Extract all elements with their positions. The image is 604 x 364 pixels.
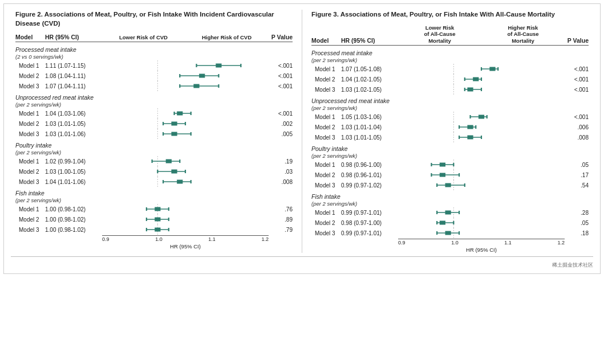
section-sublabel-1: (per 2 servings/wk) [15, 101, 293, 108]
cell-model: Model 3 [15, 227, 45, 233]
cell-plot [102, 204, 269, 214]
cell-plot [102, 108, 269, 118]
table-row: Model 21.04 (1.02-1.05)<.001 [311, 74, 589, 84]
cell-pval: .18 [565, 230, 589, 236]
cell-plot [398, 64, 565, 74]
forest-plot-svg [102, 204, 269, 214]
point-estimate [155, 207, 160, 211]
forest-plot-svg [398, 132, 565, 142]
cell-hr: 1.04 (1.01-1.06) [45, 179, 102, 185]
section-label-2: Poultry intake [311, 145, 589, 152]
figure-2-xaxis: 0.91.01.11.2 HR (95% CI) [15, 235, 293, 250]
section-sublabel-0: (per 2 servings/wk) [311, 57, 589, 63]
point-estimate [166, 159, 172, 163]
point-estimate [467, 88, 473, 92]
point-estimate [440, 221, 445, 225]
col-pval-label-2: P Value [269, 34, 293, 40]
cell-plot [102, 177, 269, 187]
forest-plot-svg [398, 170, 565, 180]
cell-pval: .05 [565, 162, 589, 168]
cell-plot [102, 81, 269, 91]
cell-pval: <.001 [269, 63, 293, 69]
cell-hr: 0.98 (0.96-1.00) [341, 162, 398, 168]
cell-pval: .54 [565, 182, 589, 189]
cell-pval: <.001 [565, 87, 589, 93]
cell-hr: 1.00 (0.98-1.02) [45, 216, 102, 223]
cell-model: Model 3 [15, 131, 45, 137]
cell-hr: 1.11 (1.07-1.15) [45, 63, 102, 69]
cell-hr: 1.04 (1.02-1.05) [341, 76, 398, 83]
point-estimate [440, 173, 445, 177]
forest-plot-svg [398, 84, 565, 95]
forest-plot-svg [102, 129, 269, 139]
forest-plot-svg [398, 74, 565, 84]
point-estimate [467, 125, 473, 129]
cell-hr: 1.03 (1.01-1.05) [45, 121, 102, 127]
cell-pval: <.001 [269, 73, 293, 79]
point-estimate [193, 84, 199, 88]
figure-3-sections: Processed meat intake(per 2 servings/wk)… [311, 47, 589, 238]
col-hr-label-3: HR (95% CI) [341, 37, 398, 44]
point-estimate [445, 211, 451, 215]
watermark: 稀土掘金技术社区 [11, 261, 593, 269]
axis-tick: 1.1 [208, 236, 216, 242]
table-row: Model 20.98 (0.96-1.01).17 [311, 170, 589, 180]
forest-plot-svg [102, 108, 269, 118]
cell-plot [102, 118, 269, 129]
table-row: Model 21.00 (0.98-1.02).89 [15, 214, 293, 224]
cell-plot [398, 170, 565, 180]
cell-hr: 0.99 (0.97-1.01) [341, 230, 398, 236]
col-pval-label-3: P Value [565, 37, 589, 44]
col-model-label-3: Model [311, 37, 341, 44]
cell-model: Model 1 [15, 206, 45, 212]
table-row: Model 11.05 (1.03-1.06)<.001 [311, 112, 589, 122]
point-estimate [445, 183, 451, 187]
table-row: Model 11.07 (1.05-1.08)<.001 [311, 64, 589, 74]
figure-3-xaxis: 0.91.01.11.2 HR (95% CI) [311, 239, 589, 253]
cell-model: Model 3 [311, 182, 341, 189]
section-sublabel-0: (2 vs 0 servings/wk) [15, 54, 293, 60]
point-estimate [171, 122, 177, 126]
cell-pval: .005 [269, 131, 293, 137]
cell-model: Model 2 [311, 124, 341, 130]
forest-plot-svg [398, 159, 565, 170]
cell-plot [398, 159, 565, 170]
table-row: Model 31.04 (1.01-1.06).008 [15, 177, 293, 187]
table-row: Model 11.04 (1.03-1.06)<.001 [15, 108, 293, 118]
cell-model: Model 3 [15, 179, 45, 185]
forest-plot-svg [102, 81, 269, 91]
cell-plot [102, 214, 269, 224]
cell-hr: 0.98 (0.97-1.00) [341, 220, 398, 226]
table-row: Model 21.03 (1.00-1.05).03 [15, 166, 293, 177]
point-estimate [445, 231, 451, 235]
cell-model: Model 2 [15, 169, 45, 175]
table-row: Model 21.03 (1.01-1.04).006 [311, 122, 589, 132]
point-estimate [216, 64, 221, 68]
axis-tick: 1.0 [451, 240, 459, 246]
axis-tick: 0.9 [398, 240, 406, 246]
col-hr-label-2: HR (95% CI) [45, 34, 102, 40]
forest-plot-svg [398, 180, 565, 190]
cell-hr: 1.02 (0.99-1.04) [45, 158, 102, 165]
cell-pval: <.001 [565, 114, 589, 120]
cell-model: Model 2 [311, 172, 341, 178]
col-plot-header-2: Lower Risk of CVD Higher Risk of CVD [102, 34, 269, 40]
cell-hr: 1.03 (1.01-1.06) [45, 131, 102, 137]
forest-plot-svg [398, 122, 565, 132]
point-estimate [177, 112, 183, 116]
cell-model: Model 2 [311, 220, 341, 226]
table-row: Model 30.99 (0.97-1.02).54 [311, 180, 589, 190]
axis-tick: 0.9 [102, 236, 110, 242]
cell-hr: 1.00 (0.98-1.02) [45, 206, 102, 212]
cell-model: Model 3 [311, 134, 341, 141]
cell-hr: 1.00 (0.98-1.02) [45, 227, 102, 233]
cell-pval: <.001 [565, 66, 589, 72]
section-sublabel-2: (per 2 servings/wk) [311, 153, 589, 159]
higher-risk-label-3: Higher Risk of All-Cause Mortality [507, 24, 538, 44]
cell-plot [398, 207, 565, 218]
cell-pval: <.001 [565, 76, 589, 83]
cell-pval: .002 [269, 121, 293, 127]
cell-plot [102, 166, 269, 177]
cell-pval: .79 [269, 227, 293, 233]
figures-row: Figure 2. Associations of Meat, Poultry,… [11, 10, 593, 253]
